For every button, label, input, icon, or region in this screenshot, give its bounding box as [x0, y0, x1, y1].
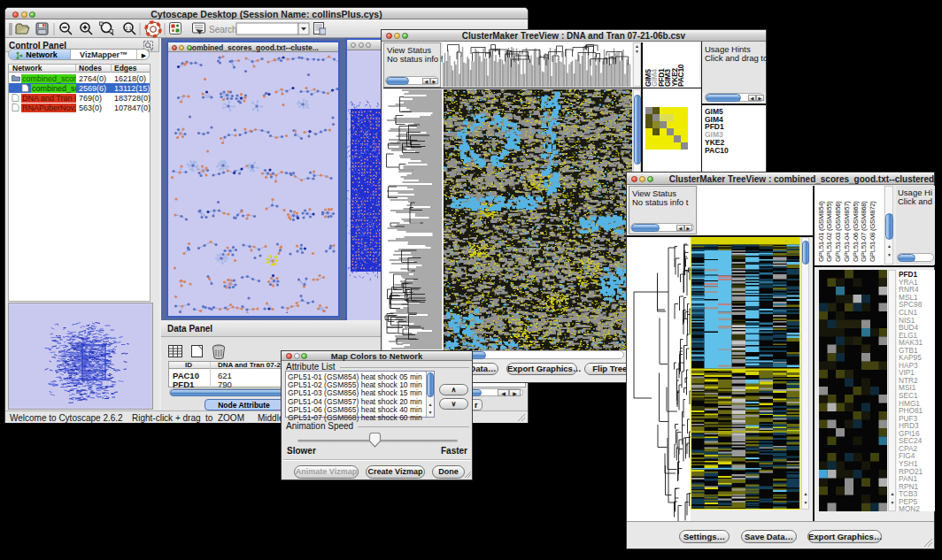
svg-text:1:1: 1:1	[126, 26, 132, 31]
svg-text:Search:: Search:	[209, 25, 239, 35]
